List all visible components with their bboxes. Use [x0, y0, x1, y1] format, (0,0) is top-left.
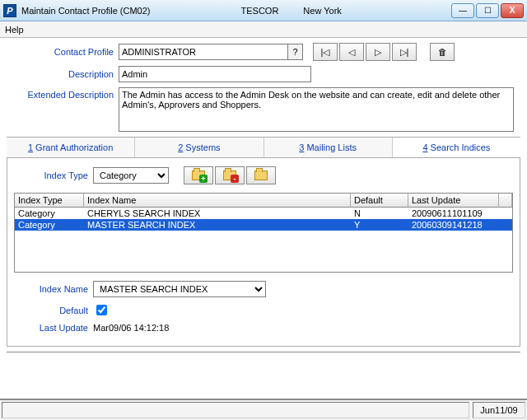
menu-help[interactable]: Help [5, 25, 24, 35]
label-last-update: Last Update [14, 323, 93, 333]
next-record-button[interactable]: ▷ [366, 43, 390, 61]
minimize-button[interactable]: — [451, 3, 474, 18]
close-button[interactable]: X [501, 3, 524, 18]
divider [7, 352, 520, 353]
index-grid: Index Type Index Name Default Last Updat… [14, 193, 513, 273]
label-description: Description [7, 69, 119, 79]
grid-body[interactable]: Category CHERYLS SEARCH INDEX N 20090611… [15, 208, 512, 272]
folder-minus-icon: - [223, 170, 236, 180]
tab-grant-authorization[interactable]: 1 Grant Authorization [7, 138, 135, 157]
label-index-type: Index Type [14, 170, 93, 180]
description-input[interactable] [119, 66, 311, 82]
open-folder-button[interactable] [246, 166, 276, 184]
tab-search-indices[interactable]: 4 Search Indices [393, 138, 520, 157]
label-index-name: Index Name [14, 284, 93, 294]
col-index-type[interactable]: Index Type [15, 194, 84, 208]
tab-strip: 1 Grant Authorization 2 Systems 3 Mailin… [7, 137, 520, 158]
col-scroll [499, 194, 512, 208]
remove-folder-button[interactable]: - [215, 166, 245, 184]
label-extended-description: Extended Description [7, 87, 119, 100]
last-update-value: Mar09/06 14:12:18 [93, 323, 169, 333]
window-location: New York [303, 6, 341, 16]
table-row[interactable]: Category MASTER SEARCH INDEX Y 200603091… [15, 219, 512, 231]
contact-profile-input[interactable] [119, 44, 288, 60]
title-bar: P Maintain Contact Profile (CM02) TESCOR… [0, 0, 527, 21]
status-date: Jun11/09 [473, 402, 525, 418]
delete-button[interactable]: 🗑 [430, 43, 455, 61]
first-record-button[interactable]: |◁ [313, 43, 338, 61]
col-index-name[interactable]: Index Name [84, 194, 351, 208]
tab-mailing-lists[interactable]: 3 Mailing Lists [264, 138, 393, 157]
folder-icon [254, 170, 268, 180]
add-folder-button[interactable]: + [184, 166, 213, 184]
default-checkbox[interactable] [96, 305, 107, 315]
table-row[interactable]: Category CHERYLS SEARCH INDEX N 20090611… [15, 208, 512, 219]
label-default: Default [14, 306, 93, 315]
col-default[interactable]: Default [351, 194, 408, 208]
app-icon: P [3, 4, 16, 17]
window-title: Maintain Contact Profile (CM02) [21, 6, 151, 16]
prev-record-button[interactable]: ◁ [339, 43, 364, 61]
col-last-update[interactable]: Last Update [408, 194, 499, 208]
tab-systems[interactable]: 2 Systems [135, 138, 264, 157]
lookup-button[interactable]: ? [288, 44, 303, 60]
index-name-select[interactable]: MASTER SEARCH INDEX [93, 281, 266, 297]
index-type-select[interactable]: Category [93, 167, 169, 184]
maximize-button[interactable]: ☐ [476, 3, 499, 18]
search-indices-panel: Index Type Category + - Index Type Index… [7, 158, 520, 347]
folder-plus-icon: + [192, 170, 205, 180]
window-company: TESCOR [241, 6, 279, 16]
label-contact-profile: Contact Profile [7, 47, 119, 57]
status-message [2, 402, 469, 418]
last-record-button[interactable]: ▷| [392, 43, 417, 61]
grid-header: Index Type Index Name Default Last Updat… [15, 194, 512, 208]
menu-bar: Help [0, 21, 527, 38]
status-bar: Jun11/09 [0, 399, 527, 420]
extended-description-textarea[interactable]: The Admin has access to the Admin Desk o… [119, 87, 514, 132]
